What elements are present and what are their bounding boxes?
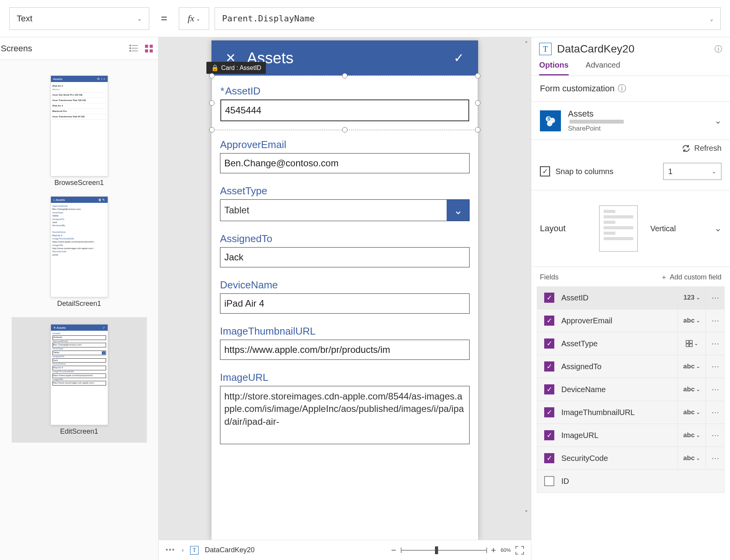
refresh-icon[interactable] bbox=[682, 144, 690, 153]
screen-thumb-browse[interactable]: Assets⟳ ↕ + iPad Air 2Mexico Asus Zen Bo… bbox=[51, 75, 108, 187]
formula-input[interactable]: Parent.DisplayName ⌄ bbox=[215, 7, 721, 30]
add-custom-field-button[interactable]: ＋ Add custom field bbox=[660, 272, 721, 282]
zoom-out-button[interactable]: − bbox=[391, 545, 396, 555]
submit-icon[interactable]: ✓ bbox=[454, 51, 464, 65]
field-checkbox[interactable]: ✓ bbox=[544, 316, 554, 326]
datasource-info[interactable]: S Assets SharePoint bbox=[540, 109, 624, 133]
field-more-button[interactable]: ⋯ bbox=[706, 332, 724, 355]
datacard-devicename[interactable]: DeviceName iPad Air 4 bbox=[211, 270, 478, 317]
field-checkbox[interactable]: ✓ bbox=[544, 384, 554, 394]
chevron-down-icon: ⌄ bbox=[710, 16, 713, 22]
resize-handle[interactable] bbox=[475, 73, 480, 79]
datacard-assetid[interactable]: 🔒 Card : AssetID *AssetID bbox=[211, 75, 478, 130]
canvas-scrollbar[interactable]: ˄ ˅ bbox=[523, 40, 529, 516]
field-row[interactable]: ✓ID bbox=[537, 469, 725, 493]
field-checkbox[interactable]: ✓ bbox=[544, 430, 554, 440]
scroll-down-icon[interactable]: ˅ bbox=[523, 509, 529, 516]
columns-select[interactable]: 1 ⌄ bbox=[663, 163, 721, 180]
resize-handle[interactable] bbox=[209, 127, 215, 133]
layout-select[interactable]: Vertical ⌄ bbox=[650, 223, 721, 234]
datacard-approveremail[interactable]: ApproverEmail Ben.Change@contoso.com bbox=[211, 130, 478, 176]
field-row[interactable]: ✓AssignedToabc⌄⋯ bbox=[537, 355, 725, 378]
required-star: * bbox=[220, 85, 224, 97]
lock-icon: 🔒 bbox=[211, 64, 219, 72]
tab-options[interactable]: Options bbox=[539, 58, 569, 75]
field-checkbox[interactable]: ✓ bbox=[544, 476, 554, 486]
field-type-selector[interactable]: abc⌄ bbox=[678, 401, 706, 424]
screen-thumb-edit[interactable]: ✕ Assets✓ AssetID4545444 ApproverEmailBe… bbox=[12, 317, 147, 443]
field-more-button[interactable]: ⋯ bbox=[706, 378, 724, 401]
list-view-icon[interactable] bbox=[129, 45, 138, 52]
screen-thumb-detail[interactable]: < Assets🗑 ✎ ApproverEmailBen.Change@cont… bbox=[51, 196, 108, 308]
field-more-button[interactable]: ⋯ bbox=[706, 424, 724, 447]
field-type-selector[interactable]: abc⌄ bbox=[678, 309, 706, 332]
datacard-thumbnailurl[interactable]: ImageThumbnailURL https://www.apple.com/… bbox=[211, 317, 478, 363]
imageurl-input[interactable]: http://store.storeimages.cdn-apple.com/8… bbox=[220, 386, 470, 444]
datacard-imageurl[interactable]: ImageURL http://store.storeimages.cdn-ap… bbox=[211, 363, 478, 447]
help-icon[interactable]: ⓘ bbox=[618, 83, 626, 94]
chevron-down-icon[interactable]: ⌄ bbox=[714, 116, 721, 126]
field-checkbox[interactable]: ✓ bbox=[544, 453, 554, 463]
resize-handle[interactable] bbox=[475, 127, 480, 133]
field-checkbox[interactable]: ✓ bbox=[544, 293, 554, 303]
svg-point-4 bbox=[130, 47, 131, 49]
datacard-key[interactable]: *AssetID bbox=[220, 85, 469, 97]
approveremail-input[interactable]: Ben.Change@contoso.com bbox=[220, 153, 470, 173]
more-icon[interactable]: ••• bbox=[166, 546, 175, 554]
resize-handle[interactable] bbox=[209, 100, 215, 106]
chevron-down-icon[interactable]: ⌄ bbox=[447, 200, 469, 221]
resize-handle[interactable] bbox=[342, 127, 348, 133]
datacard-assettype[interactable]: AssetType Tablet ⌄ bbox=[211, 176, 478, 224]
thumbnailurl-input[interactable]: https://www.apple.com/br/pr/products/im bbox=[220, 340, 470, 360]
field-type-selector[interactable]: abc⌄ bbox=[678, 355, 706, 378]
fit-screen-icon[interactable] bbox=[515, 546, 524, 555]
scroll-up-icon[interactable]: ˄ bbox=[523, 40, 529, 47]
field-more-button[interactable]: ⋯ bbox=[706, 355, 724, 378]
assignedto-input[interactable]: Jack bbox=[220, 247, 470, 267]
field-name: AssetType bbox=[561, 339, 678, 348]
devicename-input[interactable]: iPad Air 4 bbox=[220, 293, 470, 314]
svg-rect-7 bbox=[150, 45, 153, 48]
resize-handle[interactable] bbox=[209, 73, 215, 79]
fx-button[interactable]: fx ⌄ bbox=[179, 7, 209, 30]
fields-label: Fields bbox=[540, 273, 559, 281]
field-checkbox[interactable]: ✓ bbox=[544, 407, 554, 417]
field-more-button[interactable]: ⋯ bbox=[706, 309, 724, 332]
field-row[interactable]: ✓DeviceNameabc⌄⋯ bbox=[537, 378, 725, 401]
field-more-button[interactable]: ⋯ bbox=[706, 401, 724, 424]
field-type-selector[interactable]: abc⌄ bbox=[678, 447, 706, 469]
field-type-selector[interactable]: ⌄ bbox=[678, 332, 706, 355]
refresh-button[interactable]: Refresh bbox=[694, 144, 721, 153]
field-row[interactable]: ✓ApproverEmailabc⌄⋯ bbox=[537, 309, 725, 332]
resize-handle[interactable] bbox=[342, 73, 348, 79]
field-more-button[interactable]: ⋯ bbox=[706, 447, 724, 469]
assettype-select[interactable]: Tablet ⌄ bbox=[220, 199, 470, 221]
tab-advanced[interactable]: Advanced bbox=[586, 58, 620, 75]
zoom-slider[interactable] bbox=[401, 550, 486, 551]
field-label: ImageThumbnailURL bbox=[220, 325, 470, 337]
resize-handle[interactable] bbox=[475, 100, 480, 106]
chevron-down-icon: ⌄ bbox=[196, 16, 201, 22]
help-icon[interactable]: ⓘ bbox=[714, 44, 722, 54]
breadcrumb-element[interactable]: DataCardKey20 bbox=[205, 546, 255, 554]
svg-point-5 bbox=[130, 50, 131, 51]
property-selector[interactable]: Text ⌄ bbox=[9, 7, 149, 30]
field-row[interactable]: ✓SecurityCodeabc⌄⋯ bbox=[537, 447, 725, 470]
zoom-in-button[interactable]: + bbox=[491, 545, 496, 555]
field-type-selector[interactable]: abc⌄ bbox=[678, 424, 706, 447]
field-checkbox[interactable]: ✓ bbox=[544, 338, 554, 349]
datacard-assignedto[interactable]: AssignedTo Jack bbox=[211, 224, 478, 270]
app-preview[interactable]: ✕ Assets ✓ 🔒 Card : AssetID bbox=[211, 40, 478, 540]
field-row[interactable]: ✓AssetType⌄⋯ bbox=[537, 332, 725, 355]
canvas-viewport[interactable]: ✕ Assets ✓ 🔒 Card : AssetID bbox=[159, 37, 531, 540]
field-type-selector[interactable]: abc⌄ bbox=[678, 378, 706, 401]
field-more-button[interactable]: ⋯ bbox=[706, 286, 724, 309]
grid-view-icon[interactable] bbox=[145, 45, 153, 52]
field-row[interactable]: ✓AssetID123⌄⋯ bbox=[537, 286, 725, 309]
field-type-selector[interactable]: 123⌄ bbox=[678, 286, 706, 309]
field-row[interactable]: ✓ImageThumbnailURLabc⌄⋯ bbox=[537, 401, 725, 424]
snap-checkbox[interactable]: ✓ bbox=[540, 166, 550, 176]
field-row[interactable]: ✓ImageURLabc⌄⋯ bbox=[537, 424, 725, 447]
assetid-input[interactable]: 4545444 bbox=[220, 99, 469, 121]
field-checkbox[interactable]: ✓ bbox=[544, 361, 554, 372]
